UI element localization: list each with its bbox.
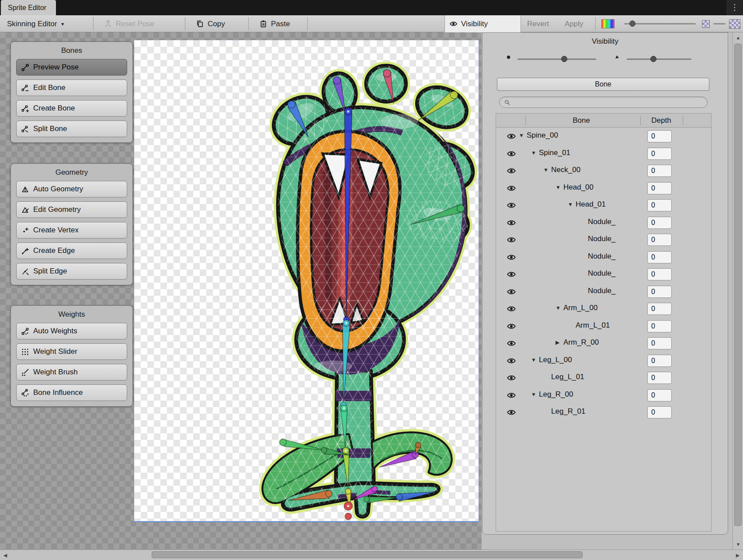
bone-name[interactable]: Nodule_: [588, 269, 615, 278]
vertical-scrollbar[interactable]: ▲ ▼: [733, 32, 743, 550]
auto-weights-button[interactable]: Auto Weights: [16, 323, 127, 339]
bone-size-slider-knob[interactable]: [561, 56, 567, 62]
bone-name[interactable]: Nodule_: [588, 287, 615, 295]
expand-arrow[interactable]: ▼: [556, 305, 562, 311]
mip-checker-swatch[interactable]: [729, 19, 740, 29]
depth-input[interactable]: [647, 199, 672, 211]
create-vertex-button[interactable]: Create Vertex: [16, 222, 127, 239]
expand-arrow[interactable]: ▼: [531, 150, 538, 156]
eye-icon[interactable]: [507, 200, 516, 210]
paste-button[interactable]: Paste: [255, 15, 294, 32]
create-edge-button[interactable]: Create Edge: [16, 242, 127, 259]
scroll-up-icon[interactable]: ▲: [733, 32, 743, 43]
edit-bone-button[interactable]: Edit Bone: [16, 80, 127, 96]
eye-icon[interactable]: [507, 183, 516, 193]
bone-name[interactable]: Arm_L_00: [563, 304, 597, 312]
mip-slider-track[interactable]: [713, 23, 726, 24]
kebab-menu-icon[interactable]: ⋮: [726, 0, 743, 15]
bone-influence-button[interactable]: Bone Influence: [16, 384, 127, 401]
expand-arrow[interactable]: ▼: [543, 167, 550, 173]
eye-icon[interactable]: [507, 235, 516, 245]
create-bone-button[interactable]: Create Bone: [16, 100, 127, 117]
horizontal-scroll-thumb[interactable]: [152, 551, 583, 558]
depth-input[interactable]: [647, 182, 672, 194]
bone-name[interactable]: Spine_00: [527, 131, 558, 140]
depth-input[interactable]: [647, 286, 672, 298]
depth-input[interactable]: [647, 355, 672, 367]
bone-name[interactable]: Leg_L_01: [551, 373, 584, 381]
scroll-right-icon[interactable]: ▶: [733, 550, 743, 560]
expand-arrow[interactable]: ▼: [531, 357, 538, 363]
tab-sprite-editor[interactable]: Sprite Editor: [1, 0, 56, 15]
bone-tab[interactable]: Bone: [497, 78, 709, 91]
weight-brush-button[interactable]: Weight Brush: [16, 364, 127, 380]
bone-name[interactable]: Head_00: [563, 183, 594, 192]
expand-arrow[interactable]: ▼: [568, 201, 575, 207]
eye-icon[interactable]: [507, 408, 516, 417]
depth-input[interactable]: [647, 389, 672, 401]
vertical-scroll-thumb[interactable]: [734, 44, 742, 526]
bone-name[interactable]: Arm_L_01: [576, 321, 610, 330]
eye-icon[interactable]: [507, 356, 516, 366]
bone-name[interactable]: Nodule_: [588, 252, 615, 261]
apply-button[interactable]: Apply: [560, 15, 588, 32]
eye-icon[interactable]: [507, 252, 516, 262]
expand-arrow[interactable]: ▶: [556, 339, 562, 346]
header-depth[interactable]: Depth: [641, 114, 681, 128]
skinning-editor-dropdown[interactable]: Skinning Editor ▾: [3, 15, 68, 32]
eye-icon[interactable]: [507, 131, 516, 141]
canvas-background[interactable]: Bones Preview Pose Edit Bone Create Bone…: [0, 32, 482, 550]
depth-input[interactable]: [647, 406, 672, 418]
depth-input[interactable]: [647, 148, 672, 160]
weight-slider-button[interactable]: Weight Slider: [16, 343, 127, 360]
eye-icon[interactable]: [507, 339, 516, 348]
bone-name[interactable]: Spine_01: [539, 149, 570, 157]
bone-size-slider-track[interactable]: [517, 59, 596, 60]
bone-name[interactable]: Leg_L_00: [539, 356, 572, 364]
visibility-toggle[interactable]: Visibility: [444, 15, 521, 32]
eye-icon[interactable]: [507, 321, 516, 331]
depth-input[interactable]: [647, 320, 672, 332]
preview-pose-button[interactable]: Preview Pose: [16, 59, 127, 76]
bone-name[interactable]: Nodule_: [588, 235, 615, 243]
depth-input[interactable]: [647, 372, 672, 384]
depth-input[interactable]: [647, 303, 672, 315]
bone-opacity-slider-knob[interactable]: [650, 56, 656, 62]
search-field[interactable]: [499, 97, 708, 108]
expand-arrow[interactable]: ▼: [519, 132, 526, 138]
eye-icon[interactable]: [507, 304, 516, 314]
eye-icon[interactable]: [507, 149, 516, 159]
bone-name[interactable]: Nodule_: [588, 218, 615, 226]
alpha-checker-swatch[interactable]: [702, 20, 710, 28]
zoom-slider-knob[interactable]: [629, 21, 635, 27]
bone-name[interactable]: Arm_R_00: [563, 338, 599, 347]
auto-geometry-button[interactable]: Auto Geometry: [16, 181, 127, 197]
bone-name[interactable]: Leg_R_00: [539, 390, 573, 399]
depth-input[interactable]: [647, 251, 672, 263]
sprite-canvas[interactable]: [134, 40, 479, 522]
horizontal-scrollbar[interactable]: ◀ ▶: [0, 550, 743, 560]
eye-icon[interactable]: [507, 287, 516, 297]
eye-icon[interactable]: [507, 391, 516, 400]
split-bone-button[interactable]: Split Bone: [16, 121, 127, 137]
split-edge-button[interactable]: Split Edge: [16, 263, 127, 280]
bone-name[interactable]: Neck_00: [551, 166, 580, 174]
expand-arrow[interactable]: ▼: [556, 184, 562, 190]
edit-geometry-button[interactable]: Edit Geometry: [16, 201, 127, 218]
revert-button[interactable]: Revert: [523, 15, 553, 32]
reset-pose-button[interactable]: Reset Pose: [100, 15, 159, 32]
color-channel-swatch[interactable]: [601, 19, 615, 28]
header-bone[interactable]: Bone: [531, 114, 632, 128]
depth-input[interactable]: [647, 268, 672, 280]
depth-input[interactable]: [647, 234, 672, 246]
depth-input[interactable]: [647, 130, 672, 142]
scroll-down-icon[interactable]: ▼: [733, 539, 743, 550]
depth-input[interactable]: [647, 165, 672, 177]
depth-input[interactable]: [647, 217, 672, 229]
bone-opacity-slider-track[interactable]: [627, 59, 691, 60]
bone-name[interactable]: Head_01: [576, 200, 606, 209]
scroll-left-icon[interactable]: ◀: [0, 550, 10, 560]
eye-icon[interactable]: [507, 373, 516, 383]
bone-name[interactable]: Leg_R_01: [551, 407, 585, 416]
copy-button[interactable]: Copy: [191, 15, 229, 32]
